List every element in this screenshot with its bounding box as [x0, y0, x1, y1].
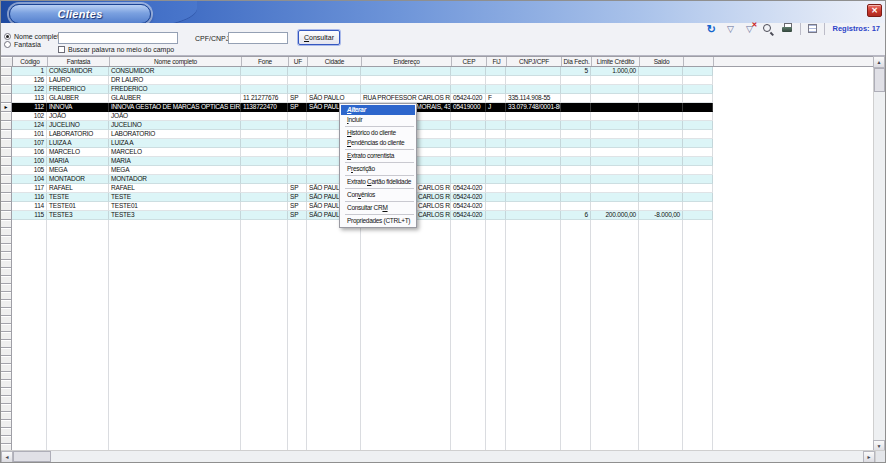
grid-cell[interactable]: TESTE3: [47, 211, 109, 220]
grid-cell[interactable]: [241, 175, 288, 184]
grid-cell[interactable]: INNOVA GESTAO DE MARCAS OPTICAS EIRELI: [109, 103, 241, 112]
grid-cell[interactable]: [241, 202, 288, 211]
row-indicator[interactable]: [1, 139, 12, 148]
grid-cell[interactable]: [307, 85, 361, 94]
row-indicator[interactable]: [1, 211, 12, 220]
grid-cell[interactable]: [307, 67, 361, 76]
context-menu-item[interactable]: Convênios: [341, 190, 415, 200]
column-header[interactable]: Cidade: [308, 57, 362, 66]
grid-cell[interactable]: MARIA: [47, 157, 109, 166]
column-header[interactable]: Limite Crédito: [592, 57, 640, 66]
row-indicator[interactable]: ▸: [1, 103, 12, 112]
grid-cell[interactable]: LABORATORIO: [109, 130, 241, 139]
grid-cell[interactable]: [241, 85, 288, 94]
grid-cell[interactable]: [486, 139, 506, 148]
grid-cell[interactable]: [639, 139, 683, 148]
grid-cell[interactable]: [451, 157, 486, 166]
horizontal-scroll-thumb[interactable]: [13, 451, 51, 462]
grid-cell[interactable]: LUIZA A: [47, 139, 109, 148]
grid-cell[interactable]: 124: [12, 121, 47, 130]
grid-cell[interactable]: [561, 139, 591, 148]
grid-cell[interactable]: [288, 166, 307, 175]
grid-cell[interactable]: [683, 157, 713, 166]
scroll-left-button[interactable]: ◄: [1, 451, 13, 463]
grid-cell[interactable]: [561, 121, 591, 130]
grid-cell[interactable]: [506, 85, 561, 94]
grid-cell[interactable]: FREDERICO: [47, 85, 109, 94]
row-indicator[interactable]: [1, 157, 12, 166]
grid-cell[interactable]: [591, 103, 639, 112]
grid-cell[interactable]: [241, 148, 288, 157]
grid-cell[interactable]: RAFAEL: [47, 184, 109, 193]
grid-cell[interactable]: 100: [12, 157, 47, 166]
radio-nome-completo[interactable]: Nome completo: [4, 32, 63, 40]
grid-cell[interactable]: 102: [12, 112, 47, 121]
grid-cell[interactable]: [288, 76, 307, 85]
radio-nome-completo-circle[interactable]: [4, 33, 11, 40]
grid-cell[interactable]: [451, 139, 486, 148]
grid-cell[interactable]: [486, 130, 506, 139]
column-header[interactable]: FiJ: [487, 57, 507, 66]
grid-cell[interactable]: JOÃO: [47, 112, 109, 121]
row-indicator[interactable]: [1, 121, 12, 130]
filter-icon[interactable]: ▽: [724, 23, 736, 35]
vertical-scroll-thumb[interactable]: [874, 68, 885, 92]
grid-cell[interactable]: [486, 202, 506, 211]
context-menu-item[interactable]: Extrato correntista: [341, 151, 415, 161]
grid-cell[interactable]: [361, 76, 451, 85]
row-indicator[interactable]: [1, 85, 12, 94]
grid-cell[interactable]: [561, 202, 591, 211]
grid-cell[interactable]: [591, 166, 639, 175]
row-indicator[interactable]: [1, 202, 12, 211]
grid-cell[interactable]: [241, 157, 288, 166]
row-indicator[interactable]: [1, 166, 12, 175]
grid-cell[interactable]: [591, 157, 639, 166]
grid-cell[interactable]: 1138722470: [241, 103, 288, 112]
table-row[interactable]: 126LAURODR LAURO: [1, 76, 713, 85]
grid-cell[interactable]: [506, 193, 561, 202]
grid-cell[interactable]: [683, 121, 713, 130]
grid-cell[interactable]: [506, 121, 561, 130]
grid-cell[interactable]: 335.114.908-55: [506, 94, 561, 103]
grid-cell[interactable]: GLAUBER: [47, 94, 109, 103]
context-menu-item[interactable]: Consultar CRM: [341, 203, 415, 213]
grid-cell[interactable]: [288, 139, 307, 148]
grid-cell[interactable]: 6: [561, 211, 591, 220]
grid-cell[interactable]: [561, 166, 591, 175]
grid-cell[interactable]: [288, 121, 307, 130]
grid-cell[interactable]: [486, 76, 506, 85]
grid-cell[interactable]: SP: [288, 184, 307, 193]
grid-cell[interactable]: [241, 193, 288, 202]
grid-cell[interactable]: 104: [12, 175, 47, 184]
grid-cell[interactable]: [506, 112, 561, 121]
grid-cell[interactable]: [561, 148, 591, 157]
radio-fantasia[interactable]: Fantasia: [4, 40, 41, 48]
context-menu-item[interactable]: Incluir: [341, 115, 415, 125]
context-menu-item[interactable]: Alterar: [341, 105, 415, 115]
export-grid-icon[interactable]: [808, 24, 817, 33]
horizontal-scroll-track[interactable]: [51, 451, 863, 462]
grid-cell[interactable]: FREDERICO: [109, 85, 241, 94]
grid-cell[interactable]: [591, 76, 639, 85]
grid-cell[interactable]: [486, 148, 506, 157]
grid-cell[interactable]: [451, 85, 486, 94]
grid-cell[interactable]: [639, 175, 683, 184]
grid-cell[interactable]: [506, 202, 561, 211]
grid-cell[interactable]: 05424-020: [451, 211, 486, 220]
grid-cell[interactable]: 05424-020: [451, 193, 486, 202]
grid-cell[interactable]: [288, 148, 307, 157]
grid-cell[interactable]: [288, 157, 307, 166]
grid-cell[interactable]: [451, 130, 486, 139]
row-indicator[interactable]: [1, 112, 12, 121]
grid-cell[interactable]: [639, 166, 683, 175]
grid-cell[interactable]: [591, 175, 639, 184]
table-row[interactable]: 1CONSUMIDORCONSUMIDOR51.000,00: [1, 67, 713, 76]
grid-cell[interactable]: [288, 175, 307, 184]
grid-cell[interactable]: 11 21277676: [241, 94, 288, 103]
grid-cell[interactable]: 112: [12, 103, 47, 112]
grid-cell[interactable]: [451, 76, 486, 85]
grid-cell[interactable]: J: [486, 103, 506, 112]
grid-cell[interactable]: 115: [12, 211, 47, 220]
grid-cell[interactable]: [288, 130, 307, 139]
grid-cell[interactable]: [639, 85, 683, 94]
